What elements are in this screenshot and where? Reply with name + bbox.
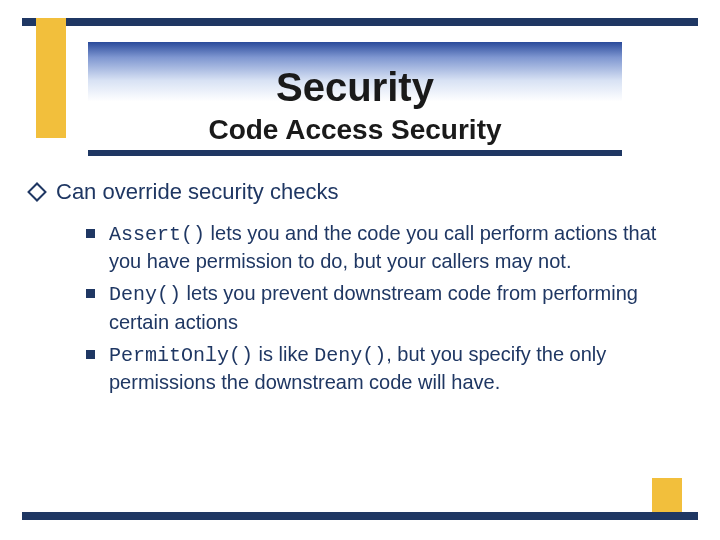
- text-span: lets you prevent downstream code from pe…: [109, 282, 638, 332]
- bullet-item: Can override security checks: [30, 178, 680, 206]
- list-item: Assert() lets you and the code you call …: [86, 220, 680, 275]
- content-area: Can override security checks Assert() le…: [30, 178, 680, 402]
- code-span: Deny(): [109, 283, 181, 306]
- text-span: is like: [253, 343, 314, 365]
- code-span: Deny(): [314, 344, 386, 367]
- code-span: PermitOnly(): [109, 344, 253, 367]
- bottom-rule: [22, 512, 698, 520]
- title-block: Security Code Access Security: [88, 42, 622, 146]
- slide-title: Security: [276, 65, 434, 110]
- sub-item-text: Assert() lets you and the code you call …: [109, 220, 680, 275]
- bullet-text: Can override security checks: [56, 178, 338, 206]
- title-underline: [88, 150, 622, 156]
- square-bullet-icon: [86, 350, 95, 359]
- top-rule: [22, 18, 698, 26]
- title-gradient: Security: [88, 42, 622, 112]
- square-bullet-icon: [86, 289, 95, 298]
- sub-item-text: PermitOnly() is like Deny(), but you spe…: [109, 341, 680, 396]
- accent-bar-top: [36, 18, 66, 138]
- code-span: Assert(): [109, 223, 205, 246]
- square-bullet-icon: [86, 229, 95, 238]
- diamond-bullet-icon: [27, 182, 47, 202]
- list-item: Deny() lets you prevent downstream code …: [86, 280, 680, 335]
- sub-bullet-list: Assert() lets you and the code you call …: [86, 220, 680, 396]
- sub-item-text: Deny() lets you prevent downstream code …: [109, 280, 680, 335]
- slide-subtitle: Code Access Security: [88, 114, 622, 146]
- list-item: PermitOnly() is like Deny(), but you spe…: [86, 341, 680, 396]
